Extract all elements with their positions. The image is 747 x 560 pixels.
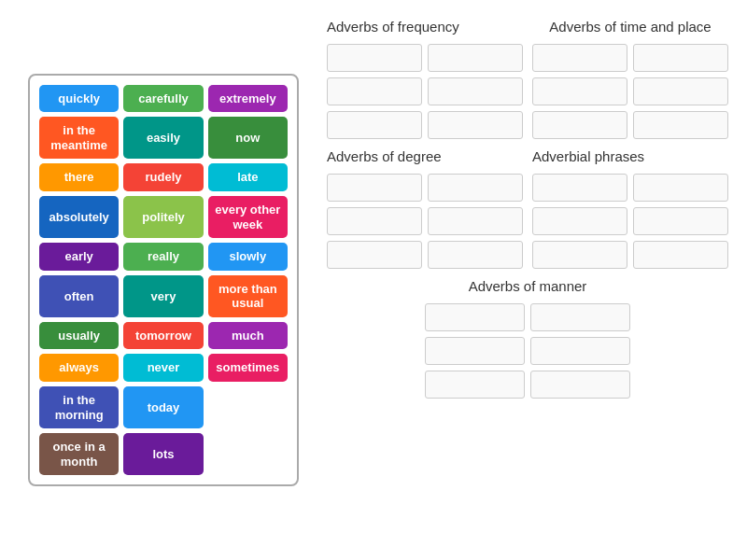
- drop-box[interactable]: [532, 241, 627, 269]
- word-much[interactable]: much: [208, 322, 288, 350]
- freq-drop-grid: [327, 44, 523, 139]
- drop-box[interactable]: [532, 174, 627, 202]
- drop-box[interactable]: [425, 337, 525, 365]
- drop-box[interactable]: [327, 207, 422, 235]
- word-very[interactable]: very: [123, 275, 203, 317]
- word-rudely[interactable]: rudely: [123, 163, 203, 191]
- word-early[interactable]: early: [39, 243, 119, 271]
- word-extremely[interactable]: extremely: [208, 85, 288, 113]
- categories-panel: Adverbs of frequency Adverbs of time and…: [317, 0, 747, 560]
- adverbial-drop-grid: [532, 174, 728, 269]
- drop-box[interactable]: [532, 111, 627, 139]
- drop-box[interactable]: [428, 241, 523, 269]
- section-adverbial: Adverbial phrases: [532, 148, 728, 269]
- word-now[interactable]: now: [208, 117, 288, 159]
- drop-box[interactable]: [428, 111, 523, 139]
- timeplace-drop-grid: [532, 44, 728, 139]
- word-every-other-week[interactable]: every other week: [208, 196, 288, 238]
- drop-box[interactable]: [327, 44, 422, 72]
- word-grid: quickly carefully extremely in the meant…: [28, 74, 299, 487]
- section-degree: Adverbs of degree: [327, 148, 523, 269]
- word-lots[interactable]: lots: [123, 433, 203, 475]
- drop-box[interactable]: [532, 207, 627, 235]
- drop-box[interactable]: [530, 371, 630, 399]
- word-today[interactable]: today: [123, 386, 203, 428]
- word-once-in-a-month[interactable]: once in a month: [39, 433, 119, 475]
- drop-box[interactable]: [425, 371, 525, 399]
- word-really[interactable]: really: [123, 243, 203, 271]
- manner-drop-grid: [425, 303, 630, 399]
- drop-box[interactable]: [327, 111, 422, 139]
- word-politely[interactable]: politely: [123, 196, 203, 238]
- word-in-the-morning[interactable]: in the morning: [39, 386, 119, 428]
- word-tomorrow[interactable]: tomorrow: [123, 322, 203, 350]
- word-there[interactable]: there: [39, 163, 119, 191]
- drop-box[interactable]: [633, 241, 728, 269]
- drop-box[interactable]: [633, 44, 728, 72]
- word-quickly[interactable]: quickly: [39, 85, 119, 113]
- drop-box[interactable]: [532, 44, 627, 72]
- word-more-than-usual[interactable]: more than usual: [208, 275, 288, 317]
- degree-drop-grid: [327, 174, 523, 269]
- drop-box[interactable]: [633, 111, 728, 139]
- drop-box[interactable]: [428, 207, 523, 235]
- word-often[interactable]: often: [39, 275, 119, 317]
- drop-box[interactable]: [327, 241, 422, 269]
- drop-box[interactable]: [428, 44, 523, 72]
- drop-box[interactable]: [428, 77, 523, 105]
- word-slowly[interactable]: slowly: [208, 243, 288, 271]
- word-never[interactable]: never: [123, 354, 203, 382]
- word-carefully[interactable]: carefully: [123, 85, 203, 113]
- word-absolutely[interactable]: absolutely: [39, 196, 119, 238]
- drop-box[interactable]: [327, 77, 422, 105]
- section-manner-title: Adverbs of manner: [469, 278, 587, 294]
- section-frequency: Adverbs of frequency: [327, 19, 523, 139]
- section-timeplace-title: Adverbs of time and place: [532, 19, 728, 35]
- drop-box[interactable]: [530, 337, 630, 365]
- drop-box[interactable]: [633, 174, 728, 202]
- word-always[interactable]: always: [39, 354, 119, 382]
- word-late[interactable]: late: [208, 163, 288, 191]
- drop-box[interactable]: [530, 303, 630, 331]
- word-easily[interactable]: easily: [123, 117, 203, 159]
- drop-box[interactable]: [532, 77, 627, 105]
- section-manner: Adverbs of manner: [327, 278, 728, 399]
- drop-box[interactable]: [633, 207, 728, 235]
- drop-box[interactable]: [327, 174, 422, 202]
- section-degree-title: Adverbs of degree: [327, 148, 523, 164]
- word-usually[interactable]: usually: [39, 322, 119, 350]
- section-timeplace: Adverbs of time and place: [532, 19, 728, 139]
- drop-box[interactable]: [633, 77, 728, 105]
- word-sometimes[interactable]: sometimes: [208, 354, 288, 382]
- section-adverbial-title: Adverbial phrases: [532, 148, 728, 164]
- word-bank-panel: quickly carefully extremely in the meant…: [0, 0, 317, 560]
- drop-box[interactable]: [425, 303, 525, 331]
- section-frequency-title: Adverbs of frequency: [327, 19, 523, 35]
- drop-box[interactable]: [428, 174, 523, 202]
- word-in-the-meantime[interactable]: in the meantime: [39, 117, 119, 159]
